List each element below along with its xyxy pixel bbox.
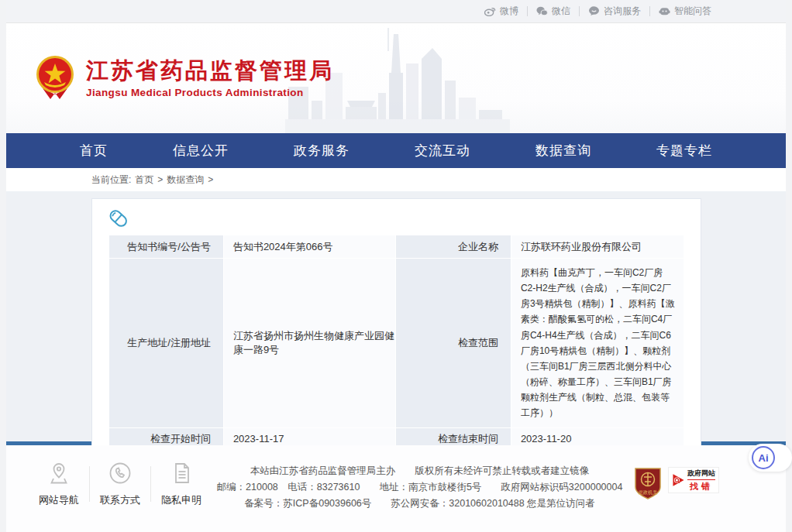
notice-number-value: 告知书2024年第066号: [223, 235, 396, 259]
company-name-value: 江苏联环药业股份有限公司: [511, 235, 684, 259]
nav-item-interaction[interactable]: 交流互动: [415, 133, 470, 168]
contact-link[interactable]: 联系方式: [96, 462, 144, 507]
party-gov-badge[interactable]: 党政机关: [634, 467, 662, 503]
robot-icon: [659, 6, 670, 16]
chat-icon: [588, 6, 600, 16]
site-banner: 江苏省药品监督管理局 Jiangsu Medical Products Admi…: [6, 23, 786, 133]
main-nav: 首页 信息公开 政务服务 交流互动 数据查询 专题专栏: [6, 133, 786, 168]
breadcrumb-home[interactable]: 首页: [135, 173, 153, 187]
content-area: 告知书编号/公告号 告知书2024年第066号 企业名称 江苏联环药业股份有限公…: [6, 191, 786, 441]
breadcrumb-prefix: 当前位置:: [91, 173, 131, 187]
site-map-link[interactable]: 网站导航: [35, 462, 83, 507]
nav-item-gov-services[interactable]: 政务服务: [294, 133, 350, 168]
footer: Ai 网站导航: [6, 445, 786, 532]
weibo-label: 微博: [500, 5, 518, 18]
footer-line-host: 本站由江苏省药品监督管理局主办 版权所有未经许可禁止转载或者建立镜像: [205, 463, 634, 479]
footer-line-contact: 邮编：210008 电话：83273610 地址：南京市鼓楼街5号 政府网站标识…: [205, 479, 634, 496]
divider: [649, 6, 650, 16]
divider: [89, 466, 90, 502]
wechat-link[interactable]: 微信: [536, 5, 570, 18]
divider: [527, 6, 528, 16]
table-row: 生产地址/注册地址 江苏省扬州市扬州生物健康产业园健康一路9号 检查范围 原料药…: [108, 259, 684, 428]
breadcrumb: 当前位置: 首页 > 数据查询 >: [6, 168, 786, 191]
site-error-line2: 找错: [687, 481, 715, 493]
page-container: 微博 微信 咨询服务 智能问答: [6, 0, 786, 532]
address-value: 江苏省扬州市扬州生物健康产业园健康一路9号: [223, 259, 396, 428]
site-subtitle: Jiangsu Medical Products Administration: [86, 87, 334, 98]
smart-qa-link[interactable]: 智能问答: [659, 5, 711, 18]
breadcrumb-separator: >: [157, 174, 163, 185]
inspection-scope-label: 检查范围: [396, 259, 511, 428]
site-title: 江苏省药品监督管理局: [86, 57, 334, 84]
ai-assistant-button[interactable]: Ai: [752, 446, 775, 469]
breadcrumb-data-query[interactable]: 数据查询: [167, 173, 204, 187]
footer-quick-links: 网站导航 联系方式: [35, 462, 205, 506]
wechat-label: 微信: [552, 5, 570, 18]
smart-qa-label: 智能问答: [674, 5, 711, 18]
notice-number-label: 告知书编号/公告号: [108, 235, 223, 259]
footer-badges: 党政机关 政府网站 找错: [634, 462, 719, 532]
nav-item-info-disclosure[interactable]: 信息公开: [173, 133, 229, 168]
consult-service-label: 咨询服务: [604, 5, 641, 18]
privacy-label: 隐私申明: [157, 493, 205, 507]
national-emblem-logo: [35, 54, 75, 101]
weibo-link[interactable]: 微博: [484, 5, 518, 18]
brand-block: 江苏省药品监督管理局 Jiangsu Medical Products Admi…: [35, 54, 334, 101]
site-map-label: 网站导航: [35, 493, 83, 507]
privacy-link[interactable]: 隐私申明: [157, 462, 205, 507]
document-icon: [171, 474, 191, 487]
company-name-label: 企业名称: [396, 235, 511, 259]
consult-service-link[interactable]: 咨询服务: [588, 5, 641, 18]
party-gov-badge-label: 党政机关: [639, 489, 658, 496]
wechat-icon: [536, 6, 548, 16]
table-row: 告知书编号/公告号 告知书2024年第066号 企业名称 江苏联环药业股份有限公…: [108, 235, 684, 259]
nav-item-special-topics[interactable]: 专题专栏: [656, 133, 712, 168]
capsule-icon: [107, 207, 130, 232]
inspection-scope-value: 原料药【曲克芦丁，一车间C2厂房C2-H2生产线（合成），一车间C2厂房3号精烘…: [511, 259, 684, 428]
phone-icon: [108, 474, 132, 487]
breadcrumb-separator: >: [208, 174, 213, 185]
nav-item-data-query[interactable]: 数据查询: [535, 133, 591, 168]
site-error-report-badge[interactable]: 政府网站 找错: [668, 467, 719, 493]
site-error-report-text: 政府网站 找错: [687, 469, 715, 493]
site-title-block: 江苏省药品监督管理局 Jiangsu Medical Products Admi…: [86, 57, 334, 98]
site-error-line1: 政府网站: [687, 469, 715, 480]
weibo-icon: [484, 6, 496, 16]
nav-item-home[interactable]: 首页: [80, 133, 108, 168]
magnifier-icon: [672, 470, 685, 490]
footer-info: 本站由江苏省药品监督管理局主办 版权所有未经许可禁止转载或者建立镜像 邮编：21…: [205, 462, 634, 532]
section-icon-wrap: [108, 208, 684, 235]
divider: [150, 466, 151, 502]
top-utility-bar: 微博 微信 咨询服务 智能问答: [6, 0, 786, 23]
address-label: 生产地址/注册地址: [108, 259, 223, 428]
footer-line-icp: 备案号：苏ICP备09039606号 苏公网安备：32010602010488 …: [205, 496, 634, 512]
contact-label: 联系方式: [96, 493, 144, 507]
location-icon: [48, 474, 70, 487]
divider: [579, 6, 580, 16]
